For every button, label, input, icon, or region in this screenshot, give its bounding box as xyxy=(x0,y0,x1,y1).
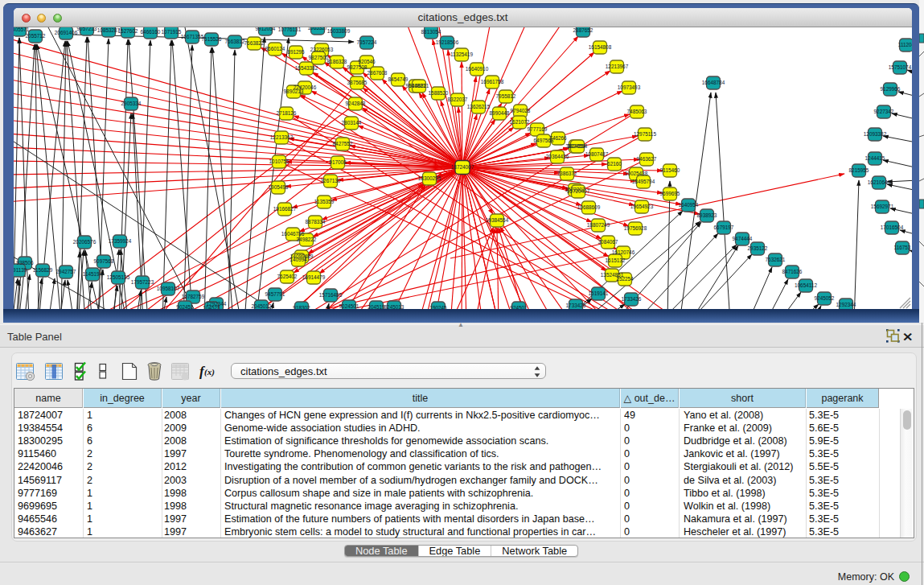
svg-text:8245013: 8245013 xyxy=(384,304,405,309)
svg-text:18495794: 18495794 xyxy=(632,179,655,184)
svg-text:9227342: 9227342 xyxy=(874,109,894,114)
svg-text:8471626: 8471626 xyxy=(782,269,803,274)
svg-text:10776131: 10776131 xyxy=(278,27,302,32)
svg-text:7955812: 7955812 xyxy=(496,93,516,99)
svg-text:9129966: 9129966 xyxy=(881,86,901,92)
svg-text:9777169: 9777169 xyxy=(528,126,548,132)
svg-text:23226053: 23226053 xyxy=(310,47,334,52)
svg-text:8454749: 8454749 xyxy=(388,76,409,82)
svg-text:8938923: 8938923 xyxy=(697,212,717,218)
svg-text:8322037: 8322037 xyxy=(448,97,468,102)
svg-text:3498222: 3498222 xyxy=(297,237,317,242)
svg-text:10654112: 10654112 xyxy=(795,282,817,288)
svg-text:902451: 902451 xyxy=(176,304,194,309)
svg-text:12093382: 12093382 xyxy=(864,131,887,137)
svg-text:10958107: 10958107 xyxy=(157,286,180,291)
svg-text:1621072: 1621072 xyxy=(510,119,530,125)
svg-text:204519: 204519 xyxy=(368,304,385,309)
svg-text:18807249: 18807249 xyxy=(587,222,610,228)
svg-text:2942757: 2942757 xyxy=(56,269,76,274)
svg-text:7386372: 7386372 xyxy=(557,171,577,176)
svg-text:9463627: 9463627 xyxy=(637,156,657,162)
svg-text:116753: 116753 xyxy=(894,245,911,250)
svg-text:19218506: 19218506 xyxy=(436,39,459,45)
svg-text:1292344: 1292344 xyxy=(836,302,856,307)
svg-text:15720407: 15720407 xyxy=(567,188,590,194)
svg-text:12975115: 12975115 xyxy=(634,131,656,137)
svg-text:10807487: 10807487 xyxy=(585,151,609,157)
svg-text:7663822: 7663822 xyxy=(244,40,265,46)
svg-text:9474444: 9474444 xyxy=(733,236,753,241)
svg-text:19654923: 19654923 xyxy=(630,204,654,209)
svg-text:13626215: 13626215 xyxy=(467,104,491,109)
svg-text:9024501: 9024501 xyxy=(339,303,359,309)
svg-text:16120746: 16120746 xyxy=(612,249,635,255)
svg-text:16543382: 16543382 xyxy=(295,65,318,71)
svg-text:1615132: 1615132 xyxy=(606,257,626,263)
svg-text:16648784: 16648784 xyxy=(702,80,725,85)
svg-text:16961758: 16961758 xyxy=(481,79,504,84)
svg-text:9827508: 9827508 xyxy=(347,64,368,70)
svg-text:252254: 252254 xyxy=(616,276,634,282)
svg-text:1733426: 1733426 xyxy=(622,296,642,302)
svg-text:16154808: 16154808 xyxy=(589,44,612,50)
svg-text:391139: 391139 xyxy=(14,267,27,273)
svg-text:2803144: 2803144 xyxy=(342,120,362,126)
svg-text:20691406: 20691406 xyxy=(55,30,78,35)
svg-text:2045012: 2045012 xyxy=(252,303,272,309)
svg-text:17016504: 17016504 xyxy=(881,225,904,230)
svg-text:3084067: 3084067 xyxy=(598,239,618,245)
svg-text:19166827: 19166827 xyxy=(273,206,297,212)
svg-text:62160: 62160 xyxy=(607,161,622,167)
svg-text:2055712: 2055712 xyxy=(26,33,46,39)
svg-text:15692971: 15692971 xyxy=(871,204,894,209)
svg-text:12213363: 12213363 xyxy=(270,134,294,140)
svg-text:17359924: 17359924 xyxy=(109,238,132,244)
svg-text:10025438: 10025438 xyxy=(625,171,648,176)
svg-text:8990448: 8990448 xyxy=(490,110,510,116)
svg-text:1905498: 1905498 xyxy=(269,184,289,190)
svg-text:17957223: 17957223 xyxy=(131,279,154,285)
svg-text:918302: 918302 xyxy=(293,305,310,309)
svg-text:19384554: 19384554 xyxy=(486,217,509,223)
svg-text:(x): (x) xyxy=(204,367,215,377)
svg-text:1733426: 1733426 xyxy=(566,303,586,308)
svg-text:15751074: 15751074 xyxy=(889,64,912,70)
svg-text:10973493: 10973493 xyxy=(618,84,641,90)
svg-text:6679197: 6679197 xyxy=(714,225,734,230)
svg-text:3824554: 3824554 xyxy=(568,143,588,149)
svg-text:9245052: 9245052 xyxy=(815,295,835,301)
svg-text:9242848: 9242848 xyxy=(346,101,366,106)
svg-text:8813054: 8813054 xyxy=(421,29,441,35)
svg-text:917008: 917008 xyxy=(329,159,347,165)
svg-text:16033809: 16033809 xyxy=(327,28,351,34)
svg-text:20206576: 20206576 xyxy=(73,239,97,245)
svg-text:924501: 924501 xyxy=(510,305,528,309)
svg-text:891295: 891295 xyxy=(287,49,305,55)
svg-text:9057213: 9057213 xyxy=(77,27,97,31)
svg-text:1010755: 1010755 xyxy=(269,159,290,164)
svg-text:16671355: 16671355 xyxy=(181,34,204,39)
svg-text:18724007: 18724007 xyxy=(451,164,474,170)
svg-text:1135359: 1135359 xyxy=(314,199,335,204)
svg-text:8660124: 8660124 xyxy=(265,46,285,51)
svg-text:16046786: 16046786 xyxy=(281,231,305,237)
svg-text:938506: 938506 xyxy=(16,260,34,266)
svg-text:9146821: 9146821 xyxy=(409,83,429,89)
svg-text:9115460: 9115460 xyxy=(660,167,680,173)
svg-text:9097568: 9097568 xyxy=(94,258,114,264)
svg-text:9912054: 9912054 xyxy=(256,27,276,31)
svg-text:16210643: 16210643 xyxy=(868,179,891,185)
svg-text:190245: 190245 xyxy=(429,305,447,309)
svg-text:104523: 104523 xyxy=(203,305,220,309)
svg-text:7515526: 7515526 xyxy=(202,36,222,42)
svg-text:1156829: 1156829 xyxy=(33,267,53,273)
svg-text:9699695: 9699695 xyxy=(660,191,680,196)
svg-text:9827500: 9827500 xyxy=(309,55,329,60)
svg-text:7357224: 7357224 xyxy=(357,39,377,45)
svg-text:1527602: 1527602 xyxy=(118,28,138,34)
svg-text:7625402: 7625402 xyxy=(277,274,298,279)
svg-text:16914479: 16914479 xyxy=(302,274,326,280)
svg-text:1244415: 1244415 xyxy=(865,155,885,161)
svg-text:1640954: 1640954 xyxy=(679,202,699,208)
